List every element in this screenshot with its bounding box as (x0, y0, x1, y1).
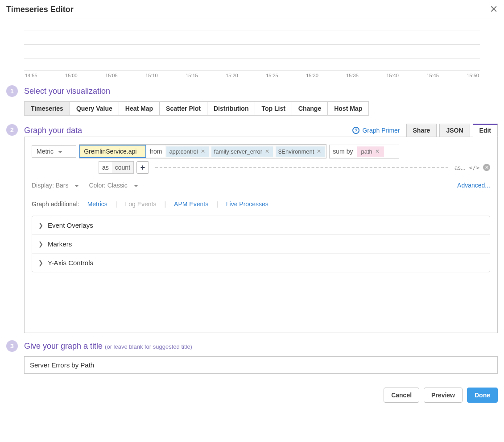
additional-apm-events[interactable]: APM Events (174, 200, 208, 208)
viz-change[interactable]: Change (292, 101, 328, 116)
as-alias-box[interactable]: as count (99, 161, 134, 174)
caret-down-icon (58, 151, 62, 153)
viz-query-value[interactable]: Query Value (70, 101, 119, 116)
close-icon[interactable]: ✕ (490, 4, 498, 14)
metric-source-select[interactable]: Metric (32, 145, 76, 158)
filter-tag[interactable]: $Environment✕ (276, 146, 325, 157)
chart-x-ticks: 14:5515:0015:0515:1015:1515:2015:2515:30… (24, 73, 480, 78)
modal-footer: Cancel Preview Done (0, 381, 504, 411)
filter-tag[interactable]: family:server_error✕ (211, 146, 273, 157)
caret-down-icon (134, 185, 138, 187)
viz-host-map[interactable]: Host Map (327, 101, 369, 116)
additional-live-processes[interactable]: Live Processes (226, 200, 269, 208)
add-query-button[interactable]: + (136, 161, 149, 174)
metric-name-input[interactable]: GremlinService.api (79, 145, 146, 158)
chevron-right-icon: ❯ (38, 222, 43, 229)
step-1-badge: 1 (6, 85, 18, 97)
tab-share[interactable]: Share (406, 124, 437, 137)
viz-scatter-plot[interactable]: Scatter Plot (159, 101, 207, 116)
query-editor: Metric GremlinService.api from app:contr… (24, 137, 498, 333)
tab-json[interactable]: JSON (439, 124, 470, 137)
trail-as-label: as... (454, 164, 466, 171)
accordion-markers[interactable]: ❯Markers (32, 235, 490, 254)
graph-primer-link[interactable]: ?Graph Primer (352, 127, 400, 134)
accordion-y-axis[interactable]: ❯Y-Axis Controls (32, 254, 490, 272)
done-button[interactable]: Done (467, 388, 498, 403)
modal-title: Timeseries Editor (6, 5, 74, 14)
display-select[interactable]: Display: Bars (32, 182, 79, 189)
metric-query-box: GremlinService.api from app:control✕ fam… (79, 144, 326, 158)
chart-preview: 14:5515:0015:0515:1015:1515:2015:2515:30… (6, 18, 498, 78)
viz-heat-map[interactable]: Heat Map (119, 101, 160, 116)
preview-button[interactable]: Preview (424, 388, 463, 403)
step-2-badge: 2 (6, 124, 18, 136)
graph-title-input[interactable] (24, 356, 498, 374)
groupby-tag[interactable]: path✕ (357, 146, 384, 157)
alias-value[interactable]: count (112, 162, 133, 173)
remove-tag-icon[interactable]: ✕ (200, 148, 206, 154)
remove-tag-icon[interactable]: ✕ (374, 148, 380, 154)
cancel-button[interactable]: Cancel (384, 388, 419, 403)
chevron-right-icon: ❯ (38, 241, 43, 247)
overlays-accordion: ❯Event Overlays ❯Markers ❯Y-Axis Control… (32, 216, 490, 272)
viz-top-list[interactable]: Top List (255, 101, 292, 116)
advanced-link[interactable]: Advanced... (457, 182, 490, 189)
help-icon: ? (352, 127, 359, 134)
step-1-title: Select your visualization (24, 87, 498, 96)
from-keyword: from (146, 146, 165, 157)
step-3-title: Give your graph a title (or leave blank … (24, 342, 498, 351)
visualization-picker: Timeseries Query Value Heat Map Scatter … (24, 101, 498, 116)
additional-metrics[interactable]: Metrics (87, 200, 107, 208)
caret-down-icon (74, 185, 79, 187)
divider-line (155, 167, 448, 168)
viz-timeseries[interactable]: Timeseries (24, 101, 70, 116)
color-select[interactable]: Color: Classic (89, 182, 138, 189)
viz-distribution[interactable]: Distribution (207, 101, 256, 116)
code-icon[interactable]: </> (469, 164, 479, 171)
tab-edit[interactable]: Edit (473, 124, 498, 137)
remove-tag-icon[interactable]: ✕ (264, 148, 270, 154)
modal-header: Timeseries Editor ✕ (6, 0, 498, 18)
accordion-event-overlays[interactable]: ❯Event Overlays (32, 216, 490, 235)
delete-query-icon[interactable]: ✕ (483, 164, 490, 171)
step-2-title: Graph your data (24, 126, 82, 135)
graph-additional-label: Graph additional: (32, 200, 79, 208)
chevron-right-icon: ❯ (38, 259, 43, 266)
additional-log-events: Log Events (125, 200, 156, 208)
remove-tag-icon[interactable]: ✕ (316, 148, 322, 154)
filter-tag[interactable]: app:control✕ (166, 146, 208, 157)
aggregation-box[interactable]: sum by path✕ (329, 145, 399, 158)
step-3-badge: 3 (6, 340, 18, 352)
